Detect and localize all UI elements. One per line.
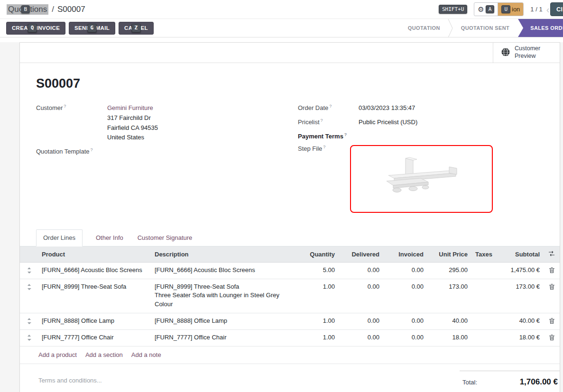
drag-handle-icon[interactable] [20,262,38,279]
unit-price-cell[interactable]: 40.00 [427,313,471,329]
customer-address-line: 317 Fairchild Dr [107,113,158,123]
taxes-column-header[interactable]: Taxes [471,246,493,263]
delivered-cell[interactable]: 0.00 [339,262,383,279]
drag-handle-icon[interactable] [20,313,38,329]
drag-handle-icon[interactable] [20,329,38,346]
gear-button[interactable]: ⚙ A [474,3,498,16]
description-main: [FURN_7777] Office Chair [155,334,292,341]
description-column-header[interactable]: Description [151,246,296,263]
taxes-cell[interactable] [471,329,493,346]
product-column-header[interactable]: Product [38,246,151,263]
total-label: Total: [462,379,477,386]
step-file-preview-image[interactable] [350,145,493,213]
product-cell[interactable]: [FURN_8999] Three-Seat Sofa [38,279,151,313]
invoiced-column-header[interactable]: Invoiced [383,246,427,263]
unit-price-cell[interactable]: 18.00 [427,329,471,346]
tab-other-info[interactable]: Other Info [95,230,124,246]
stage-quotation-sent[interactable]: QUOTATION SENT [453,19,517,37]
statusbar: QUOTATION QUOTATION SENT SALES ORDER [400,19,563,37]
product-cell[interactable]: [FURN_8888] Office Lamp [38,313,151,329]
quantity-column-header[interactable]: Quantity [296,246,339,263]
delete-row-button[interactable] [544,313,560,329]
totals-box: Total: 1,706.00 € [460,371,560,392]
quantity-cell[interactable]: 1.00 [296,329,339,346]
unit-price-cell[interactable]: 173.00 [427,279,471,313]
invoiced-cell[interactable]: 0.00 [383,262,427,279]
taxes-cell[interactable] [471,313,493,329]
cancel-button[interactable]: CANCEL Z [119,22,154,35]
optional-columns-button[interactable] [544,246,560,263]
hotkey-badge-shift-u: SHIFT+U [439,5,467,14]
pricelist-field: Pricelist? Public Pricelist (USD) [298,118,541,128]
payment-terms-help-icon[interactable]: ? [344,132,347,137]
send-email-button[interactable]: SEND EMAIL G [69,22,115,35]
step-file-3d-render [369,153,474,205]
delivered-cell[interactable]: 0.00 [339,313,383,329]
quantity-cell[interactable]: 1.00 [296,279,339,313]
subtotal-cell: 18.00 € [493,329,544,346]
breadcrumb-parent[interactable]: Quotations B [7,4,48,15]
delete-row-button[interactable] [544,279,560,313]
product-cell[interactable]: [FURN_6666] Acoustic Bloc Screens [38,262,151,279]
table-row[interactable]: [FURN_6666] Acoustic Bloc Screens [FURN_… [20,262,560,279]
pricelist-value[interactable]: Public Pricelist (USD) [359,118,417,128]
taxes-cell[interactable] [471,262,493,279]
pager-prev-icon[interactable]: ‹ [546,5,550,14]
product-cell[interactable]: [FURN_7777] Office Chair [38,329,151,346]
terms-placeholder[interactable]: Terms and conditions... [38,364,102,392]
unit-price-cell[interactable]: 295.00 [427,262,471,279]
form-column-right: Order Date? 03/03/2023 13:35:47 Pricelis… [298,103,541,217]
content-area: Customer Preview S00007 Customer? Gemini… [0,42,563,392]
customer-help-icon[interactable]: ? [64,104,66,109]
customer-link[interactable]: Gemini Furniture [107,104,153,111]
step-file-help-icon[interactable]: ? [323,145,325,149]
stage-quotation[interactable]: QUOTATION [400,19,448,37]
quotation-template-help-icon[interactable]: ? [91,147,93,152]
invoiced-cell[interactable]: 0.00 [383,279,427,313]
order-date-help-icon[interactable]: ? [329,104,332,109]
drag-handle-icon[interactable] [20,279,38,313]
quantity-cell[interactable]: 5.00 [296,262,339,279]
add-product-link[interactable]: Add a product [38,351,77,358]
pager-counter: 1 / 1 [530,6,542,13]
delivered-cell[interactable]: 0.00 [339,329,383,346]
description-main: [FURN_6666] Acoustic Bloc Screens [155,266,292,273]
order-date-value[interactable]: 03/03/2023 13:35:47 [359,103,415,113]
add-note-link[interactable]: Add a note [131,351,161,358]
pricelist-label: Pricelist? [298,118,359,128]
form-grid: Customer? Gemini Furniture 317 Fairchild… [36,103,541,217]
pricelist-help-icon[interactable]: ? [321,118,323,123]
add-section-link[interactable]: Add a section [85,351,123,358]
gear-icon: ⚙ [478,6,484,13]
total-value: 1,706.00 € [520,377,558,387]
description-cell[interactable]: [FURN_8888] Office Lamp [151,313,296,329]
delivered-cell[interactable]: 0.00 [339,279,383,313]
invoiced-cell[interactable]: 0.00 [383,329,427,346]
delete-row-button[interactable] [544,329,560,346]
customer-preview-button[interactable]: Customer Preview [493,43,560,63]
tab-customer-signature[interactable]: Customer Signature [137,230,194,246]
invoiced-cell[interactable]: 0.00 [383,313,427,329]
quantity-cell[interactable]: 1.00 [296,313,339,329]
subtotal-column-header[interactable]: Subtotal [493,246,544,263]
create-invoice-button[interactable]: CREATE INVOICE Q [6,22,65,35]
stage-sales-order[interactable]: SALES ORDER [518,19,563,37]
tab-order-lines[interactable]: Order Lines [36,229,83,246]
corner-button[interactable]: Cl [550,2,563,16]
taxes-cell[interactable] [471,279,493,313]
table-row[interactable]: [FURN_8888] Office Lamp [FURN_8888] Offi… [20,313,560,329]
delete-row-button[interactable] [544,262,560,279]
description-cell[interactable]: [FURN_8999] Three-Seat Sofa Three Seater… [151,279,296,313]
delivered-column-header[interactable]: Delivered [339,246,383,263]
table-row[interactable]: [FURN_7777] Office Chair [FURN_7777] Off… [20,329,560,346]
description-cell[interactable]: [FURN_7777] Office Chair [151,329,296,346]
control-bar: CREATE INVOICE Q SEND EMAIL G CANCEL Z Q… [0,19,563,37]
pricelist-label-text: Pricelist [298,119,320,126]
handle-column-header [20,246,38,263]
order-date-field: Order Date? 03/03/2023 13:35:47 [298,103,541,113]
trash-icon [549,283,555,290]
table-row[interactable]: [FURN_8999] Three-Seat Sofa [FURN_8999] … [20,279,560,313]
description-cell[interactable]: [FURN_6666] Acoustic Bloc Screens [151,262,296,279]
action-button[interactable]: U ion [498,3,523,16]
unit-price-column-header[interactable]: Unit Price [427,246,471,263]
